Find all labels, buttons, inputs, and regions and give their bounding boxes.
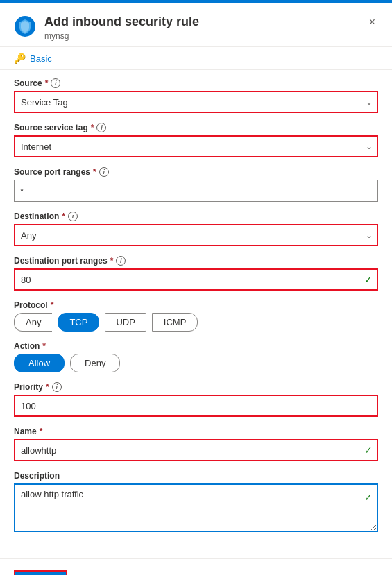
priority-input-wrapper (14, 395, 378, 417)
source-info-icon[interactable]: i (51, 78, 60, 88)
source-group: Source * i Service Tag Any IP Addresses … (14, 78, 378, 113)
name-label: Name * (14, 427, 378, 436)
page-subtitle: mynsg (44, 31, 366, 41)
source-service-tag-label: Source service tag * i (14, 123, 378, 132)
source-label: Source * i (14, 78, 378, 88)
destination-required: * (62, 212, 65, 221)
action-label: Action * (14, 341, 378, 351)
close-button[interactable]: × (366, 14, 378, 31)
source-service-tag-info-icon[interactable]: i (96, 123, 106, 132)
destination-label: Destination * i (14, 212, 378, 221)
protocol-udp-button[interactable]: UDP (105, 313, 146, 332)
source-port-required: * (93, 167, 96, 177)
key-icon: 🔑 (14, 53, 26, 64)
source-select-wrapper: Service Tag Any IP Addresses My IP addre… (14, 91, 378, 113)
destination-port-input-wrapper: ✓ (14, 268, 378, 291)
destination-port-required: * (110, 256, 114, 266)
destination-port-input[interactable] (14, 268, 378, 291)
source-port-input[interactable] (14, 180, 378, 202)
destination-port-info-icon[interactable]: i (116, 256, 126, 266)
protocol-tcp-button[interactable]: TCP (58, 313, 99, 332)
action-options: Allow Deny (14, 354, 378, 372)
source-port-ranges-label: Source port ranges * i (14, 167, 378, 177)
form-body: Source * i Service Tag Any IP Addresses … (0, 70, 392, 558)
source-port-info-icon[interactable]: i (99, 167, 109, 177)
source-service-tag-select[interactable]: Internet AzureCloud VirtualNetwork (14, 135, 378, 157)
source-service-tag-select-wrapper: Internet AzureCloud VirtualNetwork ⌄ (14, 135, 378, 157)
destination-group: Destination * i Any IP Addresses Service… (14, 212, 378, 246)
source-required: * (45, 78, 49, 88)
priority-info-icon[interactable]: i (52, 382, 62, 392)
description-textarea[interactable]: allow http traffic (14, 483, 378, 532)
header: Add inbound security rule mynsg × (0, 3, 392, 47)
basic-section: 🔑 Basic (0, 47, 392, 70)
source-service-tag-required: * (91, 123, 94, 132)
action-required: * (42, 341, 46, 351)
action-allow-button[interactable]: Allow (14, 354, 65, 372)
priority-label: Priority * i (14, 382, 378, 392)
priority-group: Priority * i (14, 382, 378, 417)
description-label: Description (14, 471, 378, 481)
description-group: Description allow http traffic ✓ (14, 471, 378, 534)
description-textarea-wrapper: allow http traffic ✓ (14, 483, 378, 534)
protocol-icmp-button[interactable]: ICMP (152, 313, 198, 332)
page-title: Add inbound security rule (44, 14, 366, 30)
name-input-wrapper: ✓ (14, 439, 378, 461)
protocol-options: Any TCP UDP ICMP (14, 313, 378, 332)
destination-port-label: Destination port ranges * i (14, 256, 378, 266)
action-deny-button[interactable]: Deny (70, 354, 120, 372)
destination-port-group: Destination port ranges * i ✓ (14, 256, 378, 291)
footer: Add (0, 558, 392, 575)
name-group: Name * ✓ (14, 427, 378, 461)
source-select[interactable]: Service Tag Any IP Addresses My IP addre… (14, 91, 378, 113)
source-port-ranges-group: Source port ranges * i (14, 167, 378, 202)
name-required: * (40, 427, 43, 436)
source-service-tag-group: Source service tag * i Internet AzureClo… (14, 123, 378, 157)
protocol-group: Protocol * Any TCP UDP ICMP (14, 300, 378, 332)
destination-select[interactable]: Any IP Addresses Service Tag Application… (14, 224, 378, 246)
header-text: Add inbound security rule mynsg (44, 14, 366, 41)
action-group: Action * Allow Deny (14, 341, 378, 372)
name-input[interactable] (14, 439, 378, 461)
protocol-any-button[interactable]: Any (14, 313, 52, 332)
add-inbound-rule-panel: Add inbound security rule mynsg × 🔑 Basi… (0, 0, 392, 575)
protocol-label: Protocol * (14, 300, 378, 310)
shield-icon (14, 15, 36, 37)
priority-required: * (46, 382, 49, 392)
basic-label[interactable]: Basic (30, 53, 52, 64)
protocol-required: * (51, 300, 54, 310)
source-port-input-wrapper (14, 180, 378, 202)
add-button[interactable]: Add (14, 570, 67, 575)
priority-input[interactable] (14, 395, 378, 417)
destination-select-wrapper: Any IP Addresses Service Tag Application… (14, 224, 378, 246)
destination-info-icon[interactable]: i (68, 212, 78, 221)
